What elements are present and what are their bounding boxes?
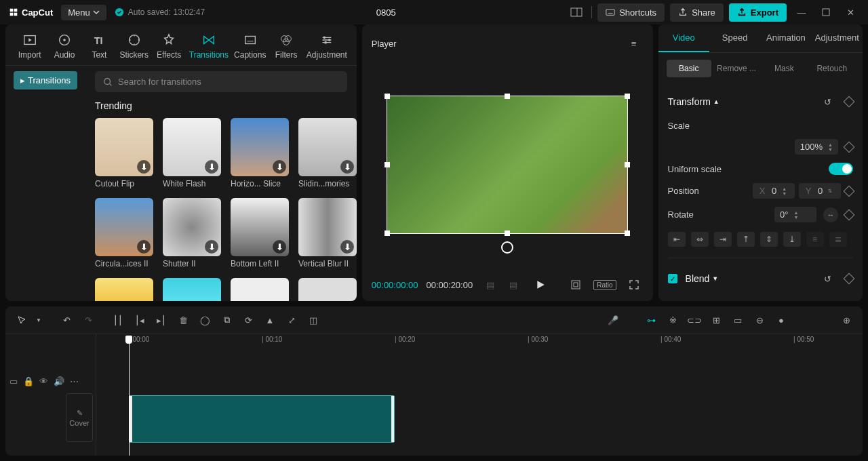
zoom-out-icon[interactable]: ⊖ bbox=[750, 310, 769, 329]
mirror-h-icon[interactable]: ↔ bbox=[823, 207, 838, 222]
download-icon[interactable]: ⬇ bbox=[205, 160, 218, 174]
play-button[interactable] bbox=[531, 275, 550, 294]
link-icon[interactable]: ※ bbox=[663, 310, 682, 329]
align-left-icon[interactable]: ⇤ bbox=[668, 232, 686, 247]
cover-button[interactable]: ✎ Cover bbox=[66, 393, 93, 442]
player-menu-icon[interactable]: ≡ bbox=[625, 34, 644, 53]
tab-transitions[interactable]: Transitions bbox=[188, 30, 230, 62]
transition-card[interactable]: ⬇Bottom Left II bbox=[231, 198, 289, 268]
undo-icon[interactable]: ↶ bbox=[57, 310, 76, 329]
download-icon[interactable]: ⬇ bbox=[205, 240, 218, 254]
position-y-input[interactable]: Y0⇅ bbox=[799, 183, 841, 199]
blend-label[interactable]: ✓Blend ▼ bbox=[668, 273, 719, 284]
rotate-handle[interactable] bbox=[501, 241, 513, 254]
distribute-h-icon[interactable]: ≡ bbox=[806, 232, 824, 247]
transition-card[interactable] bbox=[298, 278, 357, 301]
rotate-input[interactable]: 0°▲▼ bbox=[774, 207, 816, 222]
align-right-icon[interactable]: ⇥ bbox=[714, 232, 732, 247]
transition-card[interactable]: ⬇Circula...ices II bbox=[95, 198, 153, 268]
maximize-icon[interactable] bbox=[816, 3, 835, 22]
magnet-icon[interactable]: ⊶ bbox=[642, 310, 660, 329]
copy-icon[interactable]: ⧉ bbox=[217, 310, 236, 329]
tab-adjustment[interactable]: Adjustment bbox=[305, 30, 349, 62]
download-icon[interactable]: ⬇ bbox=[137, 160, 151, 174]
trim-right-icon[interactable]: ▸⎮ bbox=[152, 310, 171, 329]
fullscreen-icon[interactable] bbox=[625, 275, 644, 294]
subtab-retouch[interactable]: Retouch bbox=[810, 60, 854, 77]
align-bottom-icon[interactable]: ⤓ bbox=[783, 232, 801, 247]
playhead[interactable] bbox=[129, 336, 130, 456]
lock-icon[interactable]: 🔒 bbox=[23, 376, 34, 386]
crop-icon[interactable]: ◫ bbox=[304, 310, 323, 329]
redo-icon[interactable]: ↷ bbox=[79, 310, 98, 329]
marker-icon[interactable]: ◯ bbox=[195, 310, 214, 329]
distribute-v-icon[interactable]: ≣ bbox=[829, 232, 847, 247]
minimize-icon[interactable]: — bbox=[792, 3, 811, 22]
preview-icon[interactable]: ⊞ bbox=[707, 310, 726, 329]
scale-icon[interactable] bbox=[566, 275, 585, 294]
transition-card[interactable]: ⬇Horizo... Slice bbox=[231, 118, 289, 188]
trim-left-icon[interactable]: ⎮◂ bbox=[130, 310, 149, 329]
mute-icon[interactable]: 🔊 bbox=[54, 376, 64, 386]
transition-card[interactable] bbox=[95, 278, 153, 301]
dropdown-icon[interactable]: ▼ bbox=[34, 310, 43, 329]
keyframe-icon[interactable] bbox=[844, 273, 855, 285]
select-tool[interactable] bbox=[12, 310, 31, 329]
transition-card[interactable] bbox=[231, 278, 289, 301]
more-icon[interactable]: ⋯ bbox=[70, 376, 79, 386]
split-icon[interactable]: ⎮⎮ bbox=[108, 310, 127, 329]
blend-checkbox[interactable]: ✓ bbox=[668, 274, 677, 283]
align-top-icon[interactable]: ⤒ bbox=[737, 232, 755, 247]
timeline-tracks[interactable]: | 00:00 | 00:10 | 00:20 | 00:30 | 00:40 … bbox=[96, 334, 863, 456]
tab-import[interactable]: Import bbox=[14, 30, 45, 62]
eye-icon[interactable]: 👁 bbox=[39, 376, 48, 386]
transition-card[interactable]: ⬇Shutter II bbox=[163, 198, 221, 268]
track-icon[interactable]: ▭ bbox=[728, 310, 747, 329]
tab-text[interactable]: TIText bbox=[83, 30, 115, 62]
zoom-slider[interactable]: ● bbox=[772, 310, 791, 329]
transform-label[interactable]: Transform ▲ bbox=[668, 96, 719, 107]
track-settings-icon[interactable]: ▭ bbox=[9, 376, 18, 386]
sidebar-transitions[interactable]: ▸ Transitions bbox=[14, 71, 77, 89]
subtab-basic[interactable]: Basic bbox=[667, 60, 711, 77]
list-icon[interactable]: ▤ bbox=[481, 275, 500, 294]
list-icon[interactable]: ▤ bbox=[504, 275, 523, 294]
zoom-in-icon[interactable]: ⊕ bbox=[837, 310, 856, 329]
time-ruler[interactable]: | 00:00 | 00:10 | 00:20 | 00:30 | 00:40 … bbox=[96, 334, 863, 348]
scale-input[interactable]: 100%▲▼ bbox=[795, 139, 838, 155]
tab-captions[interactable]: Captions bbox=[233, 30, 267, 62]
mic-icon[interactable]: 🎤 bbox=[604, 310, 623, 329]
layout-icon[interactable] bbox=[567, 3, 586, 22]
export-button[interactable]: Export bbox=[729, 3, 787, 22]
delete-icon[interactable]: 🗑 bbox=[174, 310, 193, 329]
video-clip[interactable] bbox=[129, 395, 395, 443]
reverse-icon[interactable]: ⟳ bbox=[239, 310, 258, 329]
project-title[interactable]: 0805 bbox=[213, 7, 559, 18]
tab-speed[interactable]: Speed bbox=[709, 24, 760, 52]
tab-effects[interactable]: Effects bbox=[153, 30, 184, 62]
align-center-h-icon[interactable]: ⇔ bbox=[691, 232, 709, 247]
close-icon[interactable]: ✕ bbox=[841, 3, 860, 22]
reset-icon[interactable]: ↺ bbox=[818, 92, 837, 111]
tab-video[interactable]: Video bbox=[658, 24, 709, 52]
share-button[interactable]: Share bbox=[670, 3, 724, 22]
keyframe-icon[interactable] bbox=[844, 209, 855, 220]
transition-card[interactable]: ⬇Vertical Blur II bbox=[298, 198, 357, 268]
shortcuts-button[interactable]: Shortcuts bbox=[597, 3, 665, 22]
keyframe-icon[interactable] bbox=[844, 96, 855, 108]
subtab-remove[interactable]: Remove ... bbox=[714, 60, 759, 77]
video-preview[interactable] bbox=[369, 60, 646, 270]
tab-animation[interactable]: Animation bbox=[760, 24, 811, 52]
position-x-input[interactable]: X0▲▼ bbox=[753, 183, 795, 199]
snap-icon[interactable]: ⊂⊃ bbox=[685, 310, 704, 329]
subtab-mask[interactable]: Mask bbox=[762, 60, 806, 77]
download-icon[interactable]: ⬇ bbox=[137, 240, 151, 254]
transition-card[interactable]: ⬇Cutout Flip bbox=[95, 118, 153, 188]
tab-stickers[interactable]: Stickers bbox=[118, 30, 150, 62]
keyframe-icon[interactable] bbox=[844, 141, 855, 153]
keyframe-icon[interactable] bbox=[844, 185, 855, 197]
uniform-toggle[interactable] bbox=[829, 163, 853, 175]
transition-card[interactable] bbox=[163, 278, 221, 301]
download-icon[interactable]: ⬇ bbox=[340, 240, 354, 254]
download-icon[interactable]: ⬇ bbox=[273, 240, 286, 254]
